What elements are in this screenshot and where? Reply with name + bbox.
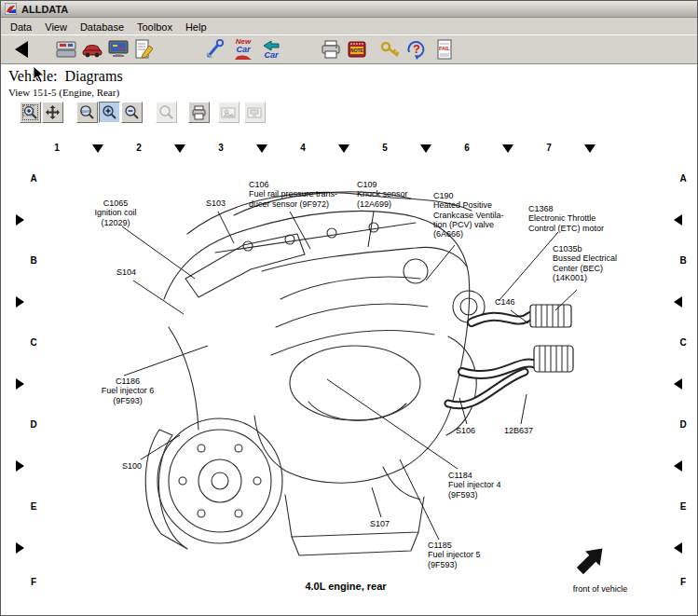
fail-label: FAIL	[439, 46, 451, 51]
monitor-icon	[107, 39, 130, 60]
alldata-window: ALLDATA Data View Database Toolbox Help	[0, 0, 698, 616]
front-of-vehicle-label: front of vehicle	[558, 584, 642, 594]
grid-marker-top	[338, 144, 349, 153]
diagram-tools-icon	[204, 39, 226, 60]
menu-data[interactable]: Data	[4, 20, 38, 34]
vehicle-data-button[interactable]	[53, 36, 79, 62]
grid-marker-left	[16, 460, 24, 472]
window-title: ALLDATA	[21, 4, 68, 15]
grid-row-f-right: F	[677, 577, 690, 587]
actual-size-button[interactable]: 100%	[76, 102, 98, 123]
grid-row-a-left: A	[27, 173, 40, 184]
zoom-select-button[interactable]	[20, 102, 41, 123]
grid-marker-left	[16, 378, 24, 390]
grid-row-c-left: C	[27, 337, 40, 348]
grid-col-7: 7	[542, 143, 555, 153]
grid-marker-right	[674, 214, 682, 226]
callout-c1065: C1065 Ignition coil (12029)	[77, 198, 154, 227]
callout-s106: S106	[456, 426, 493, 435]
printer-icon	[321, 40, 341, 59]
actual-size-label: 100%	[81, 109, 91, 114]
new-car-button[interactable]: New Car	[230, 36, 256, 62]
callout-c190: C190 Heated Positive Crankcase Ventila- …	[433, 191, 519, 240]
note-label: NOTE	[350, 48, 364, 53]
svg-text:?: ?	[413, 42, 420, 56]
callout-c146: C146	[495, 297, 532, 307]
mouse-cursor	[32, 65, 45, 84]
note-book-icon: NOTE	[346, 39, 368, 60]
monitor-button[interactable]	[105, 36, 131, 62]
help-refresh-icon: ?	[405, 39, 428, 60]
menu-view[interactable]: View	[38, 20, 74, 34]
grid-row-e-right: E	[677, 501, 690, 512]
zoom-out-button[interactable]	[121, 102, 143, 123]
previous-car-label: Car	[264, 51, 278, 60]
grid-col-2: 2	[132, 143, 145, 153]
zoom-out-icon	[124, 104, 140, 120]
grid-marker-top	[584, 144, 595, 153]
save-image-button[interactable]	[244, 102, 266, 123]
callout-c1185: C1185 Fuel injector 5 (9F593)	[428, 541, 506, 569]
front-of-vehicle-arrow-icon	[566, 538, 618, 581]
grid-col-3: 3	[214, 143, 227, 153]
copy-image-button[interactable]	[218, 102, 240, 123]
grid-marker-right	[674, 296, 682, 308]
grid-row-c-right: C	[677, 337, 690, 348]
grid-col-6: 6	[460, 143, 473, 153]
zoom-in-button[interactable]	[99, 102, 120, 123]
grid-marker-right	[674, 460, 682, 472]
fail-report-button[interactable]: FAIL	[431, 36, 458, 62]
edit-page-button[interactable]	[131, 36, 157, 62]
grid-col-4: 4	[296, 143, 309, 153]
grid-row-e-left: E	[27, 501, 40, 512]
grid-row-b-right: B	[677, 255, 690, 266]
callout-c109: C109 Knock sensor (12A699)	[357, 180, 431, 209]
back-button[interactable]	[8, 36, 34, 62]
new-car-shape-icon	[234, 54, 253, 61]
menu-database[interactable]: Database	[74, 20, 130, 34]
grid-marker-right	[674, 378, 682, 390]
grid-col-1: 1	[50, 143, 63, 153]
zoom-in-icon	[102, 104, 117, 120]
key-icon	[380, 40, 401, 59]
help-refresh-button[interactable]: ?	[404, 36, 430, 62]
print-view-button[interactable]	[188, 102, 210, 123]
menu-bar: Data View Database Toolbox Help	[1, 19, 697, 34]
car-select-button[interactable]	[79, 36, 105, 62]
zoom-fit-button[interactable]	[156, 102, 177, 123]
zoom-select-icon	[22, 104, 38, 120]
page-subtitle: View 151-5 (Engine, Rear)	[8, 87, 119, 98]
diagram-tools-button[interactable]	[202, 36, 228, 62]
grid-marker-right	[674, 542, 682, 554]
new-car-label-bottom: Car	[236, 46, 250, 54]
grid-marker-top	[174, 144, 185, 153]
note-button[interactable]: NOTE	[344, 36, 370, 62]
callout-12b637: 12B637	[504, 426, 554, 435]
callout-s104: S104	[116, 267, 154, 277]
car-icon	[81, 39, 103, 60]
callout-s100: S100	[122, 461, 159, 471]
grid-row-d-left: D	[27, 419, 40, 430]
callout-c1184: C1184 Fuel injector 4 (9F593)	[448, 471, 527, 500]
zoom-toolbar: 100%	[16, 102, 295, 125]
grid-marker-top	[420, 144, 431, 153]
diagram-viewport[interactable]: 1 2 3 4 5 6 7 A B C D E F A B C D E F	[1, 131, 697, 615]
callout-c1035b: C1035b Bussed Electrical Center (BEC) (1…	[553, 244, 636, 282]
previous-car-button[interactable]: Car	[258, 36, 284, 62]
edit-page-icon	[133, 39, 156, 60]
key-button[interactable]	[377, 36, 404, 62]
app-icon	[5, 3, 17, 15]
grid-col-5: 5	[378, 143, 391, 153]
menu-toolbox[interactable]: Toolbox	[130, 20, 179, 34]
grid-row-b-left: B	[27, 255, 40, 266]
actual-size-icon: 100%	[79, 104, 95, 120]
diagram-caption: 4.0L engine, rear	[281, 581, 411, 592]
menu-help[interactable]: Help	[179, 20, 213, 34]
main-toolbar: New Car Car	[1, 34, 697, 64]
left-arrow-icon	[263, 40, 280, 51]
vehicle-data-icon	[55, 39, 77, 60]
save-image-icon	[247, 105, 263, 120]
grid-marker-left	[16, 214, 24, 226]
print-button[interactable]	[318, 36, 344, 62]
pan-button[interactable]	[42, 102, 63, 123]
